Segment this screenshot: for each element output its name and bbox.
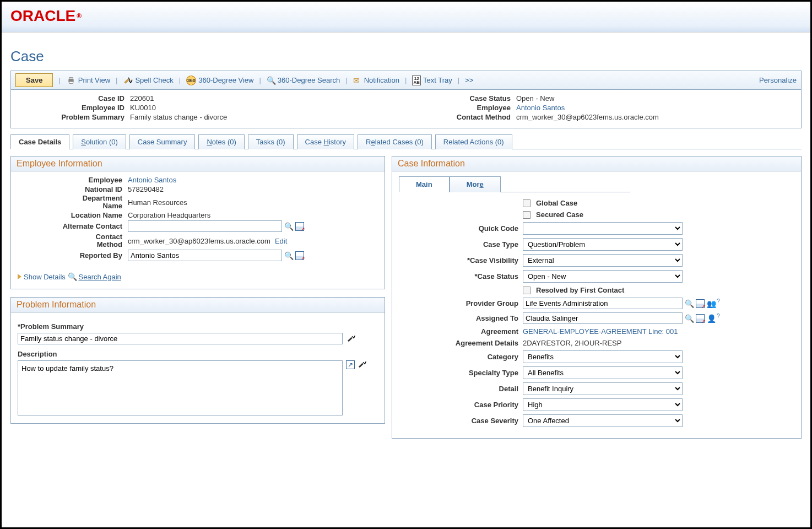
problem-summary-input[interactable] (18, 333, 343, 344)
employee-id-label: Employee ID (20, 104, 130, 112)
employee-info-title: Employee Information (11, 156, 385, 171)
case-visibility-select[interactable]: External (523, 254, 683, 267)
magnifier-icon (267, 76, 275, 85)
case-type-select[interactable]: Question/Problem (523, 238, 683, 251)
svg-rect-1 (69, 77, 73, 79)
priority-select[interactable]: High (523, 398, 683, 411)
severity-select[interactable]: One Affected (523, 414, 683, 427)
related-icon[interactable] (696, 299, 705, 308)
employee-name-link[interactable]: Antonio Santos (128, 176, 176, 184)
case-info-title: Case Information (392, 156, 801, 171)
location-value: Corporation Headquarters (128, 211, 378, 219)
tab-related-cases[interactable]: Related Cases (0) (358, 134, 432, 149)
employee-link[interactable]: Antonio Santos (516, 104, 565, 112)
description-textarea[interactable] (18, 360, 343, 415)
personalize-link[interactable]: Personalize (759, 76, 797, 84)
tab-solution[interactable]: Solution (0) (73, 134, 126, 149)
alt-contact-input[interactable] (128, 220, 282, 232)
case-summary-box: Case ID220601 Employee IDKU0010 Problem … (10, 90, 802, 128)
case-id-value: 220601 (130, 94, 154, 102)
description-field-label: Description (18, 350, 378, 358)
problem-summary-value: Family status change - divorce (130, 113, 227, 121)
triangle-icon (18, 274, 21, 279)
secured-case-checkbox[interactable] (523, 211, 530, 219)
provider-group-input[interactable] (523, 298, 683, 309)
related-icon[interactable] (696, 314, 705, 323)
tab-related-actions[interactable]: Related Actions (0) (435, 134, 512, 149)
spell-check-link[interactable]: Spell Check (123, 76, 173, 85)
oracle-logo: ORACLE® (10, 7, 82, 25)
contact-method-value: crm_worker_30@ap6023fems.us.oracle.com (516, 113, 659, 121)
problem-info-title: Problem Information (11, 298, 385, 312)
360-icon: 360 (186, 75, 196, 85)
search-again-link[interactable]: Search Again (68, 272, 121, 281)
save-button[interactable]: Save (15, 73, 53, 87)
category-select[interactable]: Benefits (523, 350, 683, 363)
lookup-icon[interactable] (685, 299, 694, 308)
detail-select[interactable]: Benefit Inquiry (523, 382, 683, 395)
employee-label: Employee (406, 104, 516, 112)
agreement-link[interactable]: GENERAL-EMPLOYEE-AGREEMENT Line: 001 (523, 327, 678, 336)
quick-code-select[interactable] (523, 222, 683, 235)
lookup-icon[interactable] (284, 251, 293, 260)
case-id-label: Case ID (20, 94, 130, 102)
tabs: Case Details Solution (0) Case Summary N… (10, 134, 802, 149)
suggest-group-icon[interactable] (707, 299, 716, 308)
specialty-select[interactable]: All Benefits (523, 366, 683, 379)
edit-contact-link[interactable]: Edit (275, 237, 287, 245)
notification-icon (353, 76, 362, 85)
360-view-link[interactable]: 360 360-Degree View (186, 75, 253, 85)
tab-case-details[interactable]: Case Details (10, 134, 69, 149)
case-status-select[interactable]: Open - New (523, 270, 683, 283)
notification-link[interactable]: Notification (353, 76, 399, 85)
assigned-to-input[interactable] (523, 312, 683, 324)
employee-id-value: KU0010 (130, 104, 156, 112)
subtab-more[interactable]: More (450, 176, 501, 192)
problem-summary-label: Problem Summary (20, 113, 130, 121)
spell-check-icon (123, 76, 133, 85)
contact-method-label: Contact Method (406, 113, 516, 121)
tab-case-summary[interactable]: Case Summary (129, 134, 196, 149)
spell-check-icon[interactable] (346, 334, 356, 343)
printer-icon (66, 76, 76, 85)
case-info-panel: Case Information Main More Global Case S… (392, 156, 802, 439)
text-tray-link[interactable]: 12AB Text Tray (412, 75, 452, 85)
related-icon[interactable] (295, 251, 304, 260)
tab-tasks[interactable]: Tasks (0) (248, 134, 294, 149)
magnifier-icon (68, 272, 77, 281)
case-status-label: Case Status (406, 94, 516, 102)
show-details-link[interactable]: Show Details (18, 273, 66, 281)
reported-by-input[interactable] (128, 250, 282, 261)
employee-info-panel: Employee Information EmployeeAntonio San… (10, 156, 385, 289)
problem-summary-field-label: *Problem Summary (18, 322, 378, 331)
department-value: Human Resources (128, 198, 378, 207)
popout-icon[interactable] (346, 360, 355, 369)
resolved-first-checkbox[interactable] (523, 287, 530, 294)
contact-method-text: crm_worker_30@ap6023fems.us.oracle.com (128, 237, 270, 245)
text-tray-icon: 12AB (412, 75, 421, 85)
print-view-link[interactable]: Print View (66, 76, 110, 85)
page-title: Case (10, 48, 802, 65)
global-case-checkbox[interactable] (523, 199, 530, 207)
tab-case-history[interactable]: Case History (297, 134, 354, 149)
problem-info-panel: Problem Information *Problem Summary Des… (10, 297, 385, 424)
svg-rect-2 (69, 82, 73, 83)
lookup-icon[interactable] (685, 314, 694, 323)
spell-check-icon[interactable] (357, 360, 367, 369)
toolbar-more[interactable]: >> (465, 76, 473, 84)
case-status-value: Open - New (516, 94, 554, 102)
lookup-icon[interactable] (284, 222, 293, 231)
national-id-value: 578290482 (128, 185, 378, 193)
subtab-main[interactable]: Main (399, 176, 450, 192)
related-icon[interactable] (295, 222, 304, 231)
toolbar: Save | Print View | Spell Check | 360 36… (10, 71, 802, 90)
agreement-details-value: 2DAYRESTOR, 2HOUR-RESP (523, 339, 621, 347)
suggest-person-icon[interactable] (707, 314, 716, 323)
case-info-subtabs: Main More (399, 176, 630, 192)
tab-notes[interactable]: Notes (0) (198, 134, 244, 149)
360-search-link[interactable]: 360-Degree Search (267, 76, 340, 85)
